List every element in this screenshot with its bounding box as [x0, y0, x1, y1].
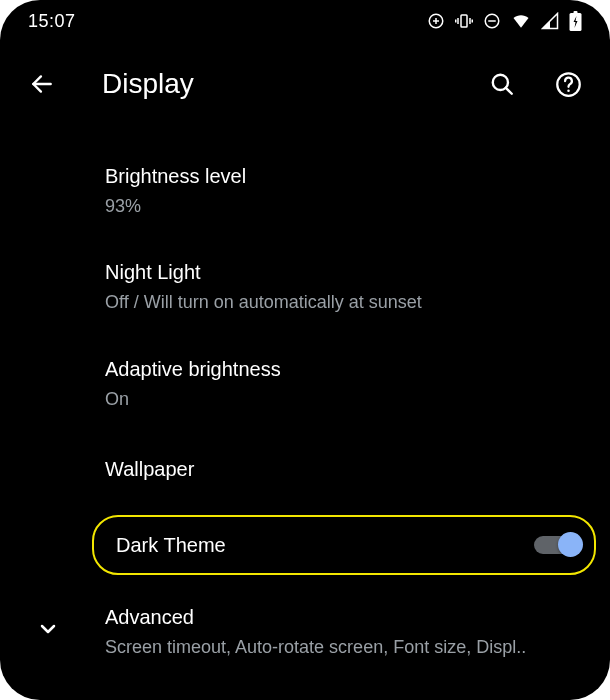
- item-subtitle: Screen timeout, Auto-rotate screen, Font…: [105, 635, 582, 659]
- item-subtitle: On: [105, 387, 582, 411]
- do-not-disturb-icon: [483, 12, 501, 30]
- toggle-thumb: [558, 532, 583, 557]
- item-title: Adaptive brightness: [105, 355, 582, 383]
- wallpaper-item[interactable]: Wallpaper: [0, 431, 610, 507]
- battery-charging-icon: [569, 11, 582, 31]
- status-bar: 15:07: [0, 0, 610, 42]
- header: Display: [0, 42, 610, 122]
- adaptive-brightness-item[interactable]: Adaptive brightness On: [0, 335, 610, 431]
- svg-point-16: [567, 89, 569, 91]
- settings-screen: 15:07 Display: [0, 0, 610, 700]
- item-title: Wallpaper: [105, 455, 582, 483]
- help-icon: [555, 71, 582, 98]
- search-button[interactable]: [482, 64, 522, 104]
- settings-list: Brightness level 93% Night Light Off / W…: [0, 122, 610, 679]
- advanced-item[interactable]: Advanced Screen timeout, Auto-rotate scr…: [0, 583, 610, 679]
- arrow-left-icon: [29, 71, 55, 97]
- dark-theme-item[interactable]: Dark Theme: [0, 507, 610, 583]
- svg-rect-11: [574, 11, 578, 14]
- status-icons: [427, 11, 582, 31]
- back-button[interactable]: [22, 64, 62, 104]
- add-alarm-icon: [427, 12, 445, 30]
- dark-theme-toggle[interactable]: [534, 531, 580, 559]
- status-time: 15:07: [28, 11, 76, 32]
- signal-icon: [541, 12, 559, 30]
- wifi-icon: [511, 12, 531, 30]
- item-title: Night Light: [105, 258, 582, 286]
- night-light-item[interactable]: Night Light Off / Will turn on automatic…: [0, 238, 610, 334]
- item-title: Dark Theme: [116, 531, 510, 559]
- item-title: Brightness level: [105, 162, 582, 190]
- page-title: Display: [102, 68, 456, 100]
- search-icon: [489, 71, 515, 97]
- brightness-level-item[interactable]: Brightness level 93%: [0, 142, 610, 238]
- chevron-down-icon: [36, 617, 60, 645]
- item-title: Advanced: [105, 603, 582, 631]
- item-subtitle: Off / Will turn on automatically at suns…: [105, 290, 582, 314]
- svg-rect-3: [461, 15, 467, 27]
- item-subtitle: 93%: [105, 194, 582, 218]
- vibrate-icon: [455, 12, 473, 30]
- svg-line-14: [506, 88, 512, 94]
- help-button[interactable]: [548, 64, 588, 104]
